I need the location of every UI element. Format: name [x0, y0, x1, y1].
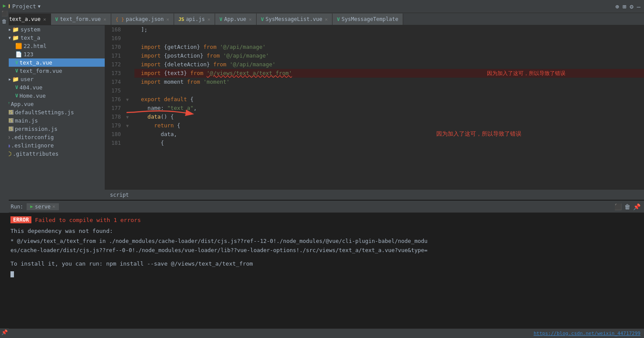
sidebar-item-123[interactable]: 📄 123 — [0, 50, 105, 58]
title-icons: ⊕ ⊞ ⚙ — — [615, 3, 641, 10]
code-line-180: data, — [134, 130, 644, 139]
sidebar-item-app-vue[interactable]: V App.vue — [0, 100, 105, 108]
run-body: ▶ ⬛ 🗑 📌 ERROR Failed to compile with 1 e… — [0, 213, 644, 328]
tab-close-icon[interactable]: ✕ — [249, 17, 252, 22]
fold-marker-177 — [124, 104, 130, 113]
sidebar: ▶ 📁 system ▼ 📁 text_a 🟧 22.html 📄 123 V … — [0, 25, 105, 200]
vue-icon: V — [337, 17, 340, 22]
tab-close-icon[interactable]: ✕ — [207, 17, 210, 22]
line-numbers: 168 169 170 171 172 173 174 175 176 177 … — [105, 25, 124, 189]
tab-text-form-vue[interactable]: V text_form.vue ✕ — [51, 14, 111, 25]
vue-icon: V — [15, 68, 18, 74]
fold-marker-176[interactable]: ▼ — [124, 95, 130, 104]
json-icon: { } — [116, 17, 124, 22]
sidebar-item-404vue[interactable]: V 404.vue — [0, 83, 105, 92]
tab-close-icon[interactable]: ✕ — [166, 17, 169, 22]
code-container[interactable]: 168 169 170 171 172 173 174 175 176 177 … — [105, 25, 644, 189]
code-line-178: data() { — [134, 113, 644, 121]
vue-icon: V — [261, 17, 264, 22]
fold-marker-172 — [124, 60, 130, 69]
run-panel: ↺ Run: ▶ serve ✕ ⬛ 🗑 📌 ▶ ⬛ 🗑 📌 ERROR Fai… — [0, 200, 644, 328]
sidebar-item-default-settings[interactable]: JS defaultSettings.js — [0, 108, 105, 116]
code-line-181: { — [134, 139, 644, 147]
fold-marker-171 — [124, 51, 130, 60]
tab-app-vue[interactable]: V App.vue ✕ — [215, 14, 257, 25]
run-service-close-icon[interactable]: ✕ — [52, 204, 55, 209]
minimize-icon[interactable]: — — [637, 3, 641, 10]
fold-marker-170 — [124, 43, 130, 51]
sidebar-item-eslintignore[interactable]: ◉ .eslintignore — [0, 141, 105, 150]
sidebar-item-text-a[interactable]: ▼ 📁 text_a — [0, 34, 105, 42]
fold-marker-179[interactable]: ▼ — [124, 121, 130, 130]
tab-sys-message-list[interactable]: V SysMessageList.vue ✕ — [257, 14, 332, 25]
sidebar-item-gitattributes[interactable]: ⬡ .gitattributes — [0, 150, 105, 158]
fold-marker-168 — [124, 25, 130, 34]
run-action-icons: ⬛ 🗑 📌 — [614, 203, 641, 210]
fold-marker-175 — [124, 86, 130, 95]
code-line-175 — [134, 86, 644, 95]
code-lines[interactable]: ]; import {getAction} from '@/api/manage… — [131, 25, 644, 189]
sidebar-item-system[interactable]: ▶ 📁 system — [0, 25, 105, 34]
cursor-area — [10, 270, 637, 277]
error-hint: To install it, you can run: npm install … — [10, 260, 637, 267]
main-area: ▶ 📁 system ▼ 📁 text_a 🟧 22.html 📄 123 V … — [0, 25, 644, 200]
code-line-174: import moment from 'moment' — [134, 78, 644, 86]
fold-marker-173 — [124, 69, 130, 78]
tab-close-icon[interactable]: ✕ — [325, 17, 328, 22]
sidebar-item-permission-js[interactable]: JS permission.js — [0, 125, 105, 133]
editor-wrapper: 168 169 170 171 172 173 174 175 176 177 … — [105, 25, 644, 200]
code-line-173: import {text3} from '@/views/text_a/text… — [134, 69, 644, 78]
run-stop-icon[interactable]: ⬛ — [614, 203, 622, 210]
file-icon: 📄 — [15, 51, 22, 58]
sidebar-item-user[interactable]: ▶ 📁 user — [0, 75, 105, 83]
status-url[interactable]: https://blog.csdn.net/weixin_44717299 — [534, 331, 641, 336]
add-content-icon[interactable]: ⊕ — [615, 3, 619, 10]
vue-icon: V — [55, 17, 58, 22]
code-line-169 — [134, 34, 644, 43]
sidebar-item-main-js[interactable]: JS main.js — [0, 116, 105, 125]
tab-close-icon[interactable]: ✕ — [103, 17, 106, 22]
run-service-tab[interactable]: ▶ serve ✕ — [27, 203, 58, 210]
error-detail-2: es/cache-loader/dist/cjs.js??ref--0-0!./… — [10, 247, 637, 253]
folder-icon: 📁 — [12, 26, 19, 33]
code-line-172: import {deleteAction} from '@/api/manage… — [134, 60, 644, 69]
sidebar-item-home-vue[interactable]: V Home.vue — [0, 92, 105, 100]
tab-sys-message-template[interactable]: V SysMessageTemplate — [332, 14, 403, 25]
fold-marker-178[interactable]: ▼ — [124, 113, 130, 121]
fold-marker-180 — [124, 130, 130, 139]
error-detail-1: * @/views/text_a/text_from in ./node_mod… — [10, 238, 637, 244]
fold-gutter: ▼ ▼ ▼ — [124, 25, 131, 189]
code-line-179: return { — [134, 121, 644, 130]
vue-icon: V — [15, 60, 18, 65]
pin-icon[interactable]: 📌 — [633, 203, 641, 210]
run-trash-icon[interactable]: 🗑 — [624, 203, 630, 210]
tabs-bar: V text_a.vue ✕ V text_form.vue ✕ { } pac… — [0, 13, 644, 25]
code-line-177: name: "text_a", — [134, 104, 644, 113]
folder-icon: 📁 — [12, 34, 19, 41]
sidebar-item-editorconfig[interactable]: ⚙ .editorconfig — [0, 133, 105, 141]
fold-marker-169 — [124, 34, 130, 43]
code-line-168: ]; — [134, 25, 644, 34]
fold-marker-181 — [124, 139, 130, 147]
split-icon[interactable]: ⊞ — [623, 3, 626, 10]
error-header-line: ERROR Failed to compile with 1 errors — [10, 216, 637, 223]
sidebar-item-text-form-vue[interactable]: V text_form.vue — [0, 67, 105, 75]
chinese-annotation: 因为加入了这可，所以导致了错误 — [487, 69, 565, 78]
error-body-text: This dependency was not found: — [10, 228, 637, 234]
run-header: ↺ Run: ▶ serve ✕ ⬛ 🗑 📌 — [0, 201, 644, 213]
js-icon: JS — [178, 17, 184, 22]
tab-close-icon[interactable]: ✕ — [43, 17, 46, 22]
error-badge: ERROR — [10, 216, 31, 223]
title-bar: 📁 Project ▼ ⊕ ⊞ ⚙ — — [0, 0, 644, 13]
editor-area: 168 169 170 171 172 173 174 175 176 177 … — [105, 25, 644, 189]
project-label[interactable]: 📁 Project ▼ — [3, 3, 41, 10]
code-line-171: import {postAction} from '@/api/manage' — [134, 51, 644, 60]
tab-package-json[interactable]: { } package.json ✕ — [111, 14, 174, 25]
fold-marker-174 — [124, 78, 130, 86]
sidebar-item-text-a-vue[interactable]: V text_a.vue — [0, 58, 105, 67]
settings-icon[interactable]: ⚙ — [630, 3, 633, 10]
sidebar-item-22html[interactable]: 🟧 22.html — [0, 42, 105, 50]
error-title: Failed to compile with 1 errors — [35, 217, 141, 223]
script-tab-label[interactable]: script — [110, 192, 129, 198]
tab-api-js[interactable]: JS api.js ✕ — [174, 14, 215, 25]
